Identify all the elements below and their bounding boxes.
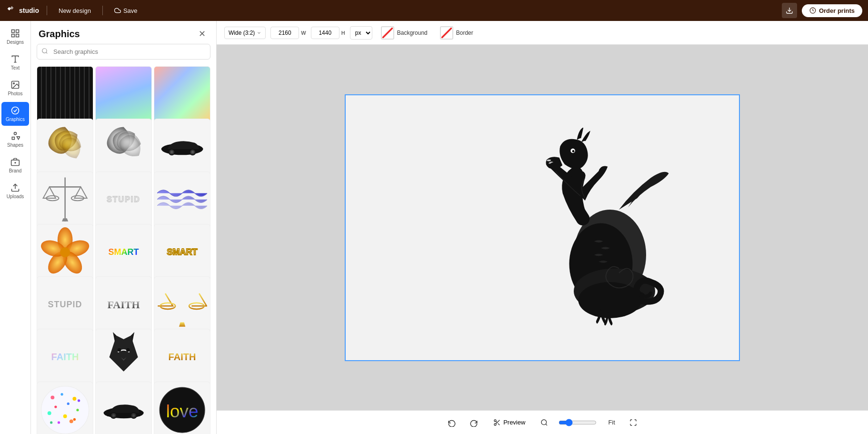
sidebar-item-brand[interactable]: Brand (1, 153, 29, 177)
fullscreen-icon (629, 419, 637, 426)
width-group: W (270, 27, 306, 39)
svg-point-47 (58, 421, 60, 424)
graphic-item[interactable] (95, 329, 152, 385)
graphic-item[interactable]: STUPID (95, 172, 152, 228)
sidebar-item-photos[interactable]: Photos (1, 76, 29, 100)
upload-icon (10, 183, 20, 192)
fullscreen-button[interactable] (627, 416, 640, 429)
graphic-item[interactable]: FAITH (37, 329, 93, 385)
design-canvas[interactable] (345, 94, 740, 361)
svg-point-52 (73, 418, 76, 420)
dragon-graphic[interactable] (510, 128, 691, 328)
svg-rect-2 (12, 30, 15, 33)
svg-point-11 (14, 132, 17, 135)
search-input[interactable] (37, 44, 210, 60)
zoom-out-button[interactable] (538, 416, 551, 429)
border-button[interactable]: Border (436, 24, 477, 41)
main-layout: Designs Text Photos Graphics (0, 21, 868, 434)
graphic-item[interactable] (154, 66, 210, 123)
svg-point-39 (118, 348, 121, 352)
border-slash-icon (440, 26, 453, 40)
car2-svg (99, 385, 149, 434)
svg-rect-3 (16, 30, 19, 33)
height-input[interactable] (311, 27, 339, 39)
width-input[interactable] (270, 27, 299, 39)
topbar: studio New design Save Order prints (0, 0, 868, 21)
toolbar-strip: Wide (3:2) W H px Background (217, 21, 868, 45)
graphic-item[interactable]: SMART (154, 224, 210, 281)
order-prints-button[interactable]: Order prints (802, 4, 862, 17)
graphic-item[interactable] (95, 382, 152, 434)
topbar-divider-2 (102, 6, 103, 15)
zoom-icon (540, 419, 548, 426)
svg-point-68 (494, 420, 496, 422)
svg-line-72 (496, 421, 498, 423)
svg-rect-12 (12, 137, 14, 140)
logo-text: studio (19, 7, 39, 14)
download-button[interactable] (782, 3, 797, 18)
svg-point-24 (191, 151, 194, 153)
graphic-item[interactable] (37, 119, 93, 175)
graphic-item[interactable] (37, 66, 93, 123)
graphic-item[interactable] (37, 224, 93, 281)
new-design-button[interactable]: New design (55, 5, 95, 16)
svg-point-50 (67, 402, 69, 404)
svg-point-44 (72, 397, 76, 401)
svg-point-43 (60, 393, 63, 395)
graphic-item[interactable] (154, 172, 210, 228)
graphic-item[interactable] (37, 172, 93, 228)
svg-point-67 (572, 150, 575, 152)
stupid-gray-text: STUPID (48, 300, 82, 310)
size-select[interactable]: Wide (3:2) (224, 27, 266, 39)
love-ball-svg: love (157, 385, 207, 434)
topbar-right: Order prints (782, 3, 862, 18)
svg-point-45 (76, 409, 79, 411)
sidebar-item-shapes[interactable]: Shapes (1, 128, 29, 151)
redo-button[interactable] (467, 415, 481, 430)
graphic-item[interactable]: FAITH (154, 329, 210, 385)
confetti-svg (40, 385, 90, 434)
graphic-item[interactable]: FAITH (95, 276, 152, 333)
faith-dark-text: FAITH (107, 299, 140, 311)
zoom-slider[interactable] (559, 419, 597, 426)
download-icon (786, 7, 793, 14)
graphic-item[interactable] (95, 66, 152, 123)
graphic-item[interactable] (154, 119, 210, 175)
photo-icon (10, 80, 20, 90)
sidebar-item-graphics[interactable]: Graphics (1, 102, 29, 126)
graphic-item[interactable] (95, 119, 152, 175)
undo-button[interactable] (445, 415, 459, 430)
sidebar-item-text[interactable]: Text (1, 50, 29, 74)
graphic-item[interactable]: love (154, 382, 210, 434)
svg-line-19 (46, 52, 48, 53)
panel-close-button[interactable]: ✕ (196, 28, 209, 40)
save-button[interactable]: Save (110, 5, 141, 16)
svg-point-53 (50, 421, 52, 424)
graphics-panel: Graphics ✕ (31, 21, 217, 434)
svg-rect-4 (12, 34, 15, 37)
graphic-item[interactable]: SMART (95, 224, 152, 281)
graphic-item[interactable]: STUPID (37, 276, 93, 333)
svg-point-40 (126, 348, 130, 352)
fit-label[interactable]: Fit (604, 417, 619, 428)
chevron-down-icon (257, 30, 261, 35)
unit-select[interactable]: px (350, 26, 372, 40)
svg-text:love: love (166, 402, 199, 421)
svg-point-41 (41, 386, 89, 434)
svg-point-69 (494, 424, 496, 425)
scissors-icon (493, 419, 501, 426)
graphic-item[interactable] (37, 382, 93, 434)
search-icon (41, 48, 48, 56)
graphic-item[interactable] (154, 276, 210, 333)
graphics-grid: STUPID (31, 64, 216, 434)
svg-marker-13 (17, 137, 20, 140)
svg-line-71 (498, 423, 500, 425)
smart-color-text: SMART (109, 247, 139, 257)
faith-pastel-text: FAITH (51, 352, 79, 363)
background-button[interactable]: Background (377, 24, 431, 41)
sidebar-item-designs[interactable]: Designs (1, 25, 29, 49)
svg-point-9 (13, 83, 14, 84)
preview-button[interactable]: Preview (489, 416, 530, 429)
car-svg (157, 122, 207, 172)
sidebar-item-uploads[interactable]: Uploads (1, 179, 29, 203)
